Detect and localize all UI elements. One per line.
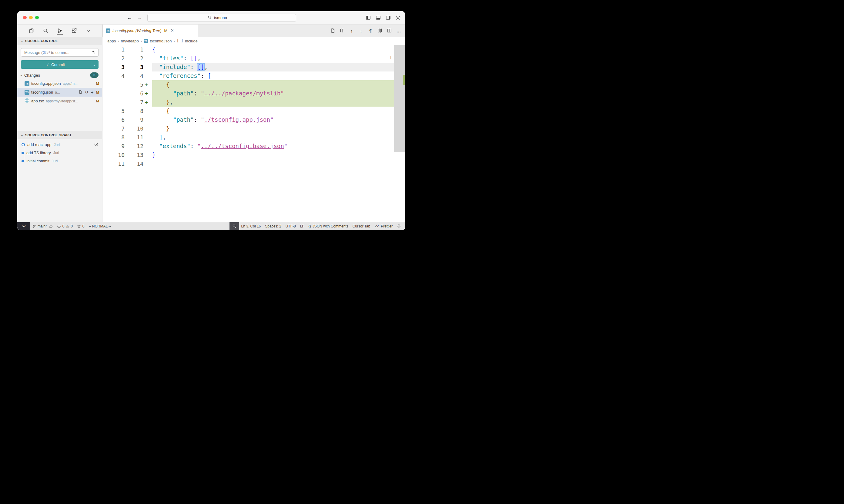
- old-line-number: 8: [102, 133, 125, 142]
- tab-tsconfig-working-tree[interactable]: TS tsconfig.json (Working Tree) M ×: [102, 24, 198, 37]
- code-line[interactable]: 811 ],: [102, 133, 394, 142]
- discard-changes-icon[interactable]: ↺: [85, 90, 88, 94]
- search-view-icon[interactable]: [42, 26, 49, 35]
- cursor-tab-status[interactable]: Cursor Tab: [350, 222, 372, 230]
- file-path: a...: [55, 90, 60, 94]
- commit-message-input[interactable]: [24, 50, 91, 55]
- added-line-marker: [143, 159, 152, 168]
- eol-status[interactable]: LF: [298, 222, 307, 230]
- commit-row[interactable]: add TS libraryJuri: [17, 149, 102, 157]
- whitespace-icon[interactable]: ¶: [368, 28, 373, 33]
- file-name: tsconfig.app.json: [31, 81, 61, 86]
- back-icon[interactable]: ←: [127, 15, 132, 21]
- toggle-panel-icon[interactable]: [375, 15, 381, 21]
- code-line[interactable]: 44 "references": [: [102, 71, 394, 80]
- new-line-number: 6: [125, 89, 143, 98]
- git-status-modified: M: [96, 81, 99, 86]
- source-control-icon[interactable]: [57, 26, 63, 35]
- vscode-window: ← →: [17, 11, 405, 230]
- code-text: }: [152, 124, 394, 133]
- code-line[interactable]: 710 }: [102, 124, 394, 133]
- code-line[interactable]: 6+ "path": "../../packages/mytslib": [102, 89, 394, 98]
- problems-status[interactable]: 0 ⚠ 0: [55, 222, 75, 230]
- breadcrumb-myviteapp[interactable]: myviteapp: [121, 39, 139, 43]
- commit-row[interactable]: add react appJuri: [17, 141, 102, 149]
- breadcrumb-apps[interactable]: apps: [107, 39, 116, 43]
- previous-change-icon[interactable]: ↑: [349, 28, 355, 33]
- search-input[interactable]: [213, 15, 236, 20]
- toggle-secondary-sidebar-icon[interactable]: [385, 15, 391, 21]
- breadcrumb-include[interactable]: include: [185, 39, 197, 43]
- code-text: "extends": "../../tsconfig.base.json": [152, 142, 394, 150]
- language-mode[interactable]: {} JSON with Comments: [307, 222, 350, 230]
- code-line[interactable]: 69 "path": "./tsconfig.app.json": [102, 115, 394, 124]
- stage-changes-icon[interactable]: +: [91, 90, 93, 94]
- close-tab-icon[interactable]: ×: [171, 28, 173, 33]
- source-control-graph-header[interactable]: ⌄ SOURCE CONTROL GRAPH: [17, 131, 102, 139]
- forward-icon[interactable]: →: [137, 15, 142, 21]
- explorer-icon[interactable]: [28, 26, 34, 35]
- commit-dropdown-button[interactable]: ⌄: [90, 60, 99, 69]
- code-line[interactable]: 912 "extends": "../../tsconfig.base.json…: [102, 142, 394, 150]
- commit-button[interactable]: ✓ Commit ⌄: [21, 60, 99, 69]
- remote-indicator[interactable]: ><: [17, 222, 30, 230]
- extensions-icon[interactable]: [71, 26, 77, 35]
- command-center-search[interactable]: [147, 14, 296, 22]
- toggle-primary-sidebar-icon[interactable]: [365, 15, 371, 21]
- react-file-icon: [24, 98, 30, 104]
- notifications-bell[interactable]: [395, 222, 405, 230]
- old-line-number: 2: [102, 54, 125, 63]
- double-check-icon: ✓✓: [374, 224, 378, 228]
- new-line-number: 4: [125, 71, 143, 80]
- split-editor-icon[interactable]: [386, 28, 392, 33]
- changes-section-header[interactable]: ⌄ Changes 3: [17, 71, 102, 79]
- code-line[interactable]: 33 "include": [],: [102, 63, 394, 71]
- code-line[interactable]: 11{: [102, 45, 394, 54]
- map-icon[interactable]: [377, 28, 383, 33]
- changed-file-row[interactable]: app.tsxapps/myviteapp/sr...M: [17, 96, 102, 105]
- settings-gear-icon[interactable]: [395, 15, 401, 21]
- indentation-status[interactable]: Spaces: 2: [263, 222, 283, 230]
- git-status-modified: M: [96, 99, 99, 103]
- changed-file-row[interactable]: TStsconfig.app.jsonapps/m...M: [17, 79, 102, 88]
- commit-dot-icon: [21, 160, 24, 162]
- new-line-number: 1: [125, 45, 143, 54]
- branch-status[interactable]: main*: [30, 222, 55, 230]
- copilot-sparkle-icon[interactable]: [91, 50, 96, 55]
- changed-file-row[interactable]: TStsconfig.jsona...↺+M: [17, 88, 102, 96]
- commit-author: Juri: [54, 143, 60, 147]
- added-line-marker: [143, 45, 152, 54]
- typescript-file-icon: TS: [24, 81, 30, 86]
- cursor-position[interactable]: Ln 3, Col 16: [239, 222, 263, 230]
- minimize-window-button[interactable]: [29, 16, 33, 19]
- code-line[interactable]: 58 {: [102, 107, 394, 115]
- next-change-icon[interactable]: ↓: [358, 28, 364, 33]
- code-line[interactable]: 7+ },: [102, 98, 394, 107]
- ports-status[interactable]: 0: [75, 222, 87, 230]
- code-line[interactable]: 1114: [102, 159, 394, 168]
- source-control-header[interactable]: ⌄ SOURCE CONTROL: [17, 37, 102, 45]
- code-text: "path": "./tsconfig.app.json": [152, 115, 394, 124]
- commit-row[interactable]: Initial commitJuri: [17, 157, 102, 165]
- commit-message-box[interactable]: [21, 48, 99, 57]
- maximize-window-button[interactable]: [35, 16, 39, 19]
- editor-scrollbar[interactable]: [394, 45, 405, 222]
- open-file-icon[interactable]: [330, 28, 335, 33]
- code-line[interactable]: 1013}: [102, 150, 394, 159]
- encoding-status[interactable]: UTF-8: [283, 222, 298, 230]
- chevron-down-icon[interactable]: [85, 26, 91, 35]
- open-file-icon[interactable]: [79, 90, 83, 94]
- editor-group: TS tsconfig.json (Working Tree) M × ↑ ↓ …: [102, 24, 405, 222]
- scrollbar-thumb[interactable]: [394, 45, 405, 152]
- more-actions-icon[interactable]: …: [396, 28, 401, 33]
- formatter-status[interactable]: ✓✓ Prettier: [372, 222, 395, 230]
- zoom-indicator[interactable]: [229, 222, 239, 230]
- close-window-button[interactable]: [23, 16, 27, 19]
- code-line[interactable]: 5+ {: [102, 80, 394, 89]
- open-changes-icon[interactable]: [340, 28, 345, 33]
- breadcrumb-separator: ›: [118, 39, 119, 43]
- breadcrumb-tsconfig[interactable]: tsconfig.json: [150, 39, 172, 43]
- code-editor[interactable]: 11{22 "files": [],33 "include": [],44 "r…: [102, 45, 405, 222]
- checkout-target-icon[interactable]: [94, 142, 99, 147]
- code-line[interactable]: 22 "files": [],: [102, 54, 394, 63]
